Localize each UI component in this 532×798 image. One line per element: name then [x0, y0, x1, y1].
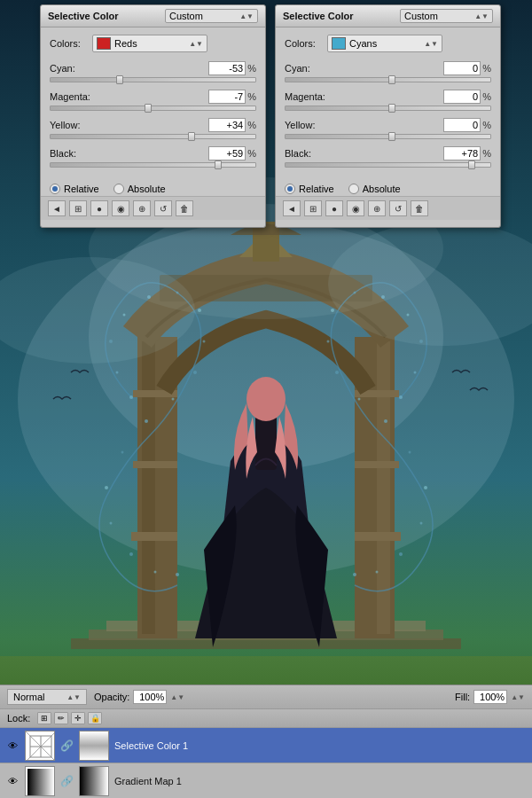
- layer-row-selective-color[interactable]: 👁 🔗 Selective Color 1: [0, 727, 532, 763]
- fill-input[interactable]: [473, 690, 507, 704]
- black-track-right[interactable]: [285, 162, 491, 168]
- blend-mode-arrow: ▲▼: [66, 693, 81, 701]
- yellow-thumb-left[interactable]: [188, 132, 195, 141]
- preset-dropdown-right[interactable]: Custom ▲▼: [400, 9, 493, 23]
- black-input-left[interactable]: [208, 146, 246, 160]
- blend-opacity-row: Normal ▲▼ Opacity: ▲▼ Fill: ▲▼: [0, 685, 532, 708]
- absolute-radio-left[interactable]: Absolute: [113, 184, 166, 194]
- panel-body-right: Colors: Cyans ▲▼ Cyan: %: [276, 27, 500, 178]
- relative-radio-left[interactable]: Relative: [50, 184, 99, 194]
- footer-btn-trash-right[interactable]: 🗑: [411, 200, 428, 216]
- black-thumb-left[interactable]: [215, 160, 222, 169]
- blend-mode-dropdown[interactable]: Normal ▲▼: [7, 689, 87, 705]
- yellow-label-row-right: Yellow: %: [285, 118, 491, 132]
- yellow-slider-right: Yellow: %: [285, 118, 491, 139]
- svg-point-48: [384, 419, 387, 423]
- magenta-label-row-left: Magenta: %: [50, 90, 256, 104]
- layer-row-gradient-map[interactable]: 👁 🔗 Gradient Map 1: [0, 763, 532, 798]
- color-name-left: Reds: [114, 38, 185, 49]
- lock-move-btn[interactable]: ✛: [71, 712, 85, 724]
- black-track-left[interactable]: [50, 162, 256, 168]
- footer-btn-back-left[interactable]: ◄: [48, 200, 66, 216]
- footer-btn-trash-left[interactable]: 🗑: [176, 200, 193, 216]
- footer-btn-eye-left[interactable]: ◉: [112, 200, 129, 216]
- lock-paint-btn[interactable]: ✏: [54, 712, 68, 724]
- cyan-input-right[interactable]: [443, 61, 481, 75]
- layer-thumb-gm-mask: [79, 766, 109, 796]
- colors-row-right: Colors: Cyans ▲▼: [285, 35, 491, 52]
- relative-label-right: Relative: [299, 184, 334, 194]
- preset-arrow-left: ▲▼: [239, 12, 254, 20]
- yellow-track-left[interactable]: [50, 134, 256, 139]
- svg-point-53: [376, 571, 379, 574]
- lock-all-btn[interactable]: 🔒: [88, 712, 102, 724]
- footer-btn-refresh-left[interactable]: ↺: [154, 200, 172, 216]
- yellow-slider-left: Yellow: %: [50, 118, 256, 139]
- svg-point-36: [154, 571, 157, 574]
- yellow-input-left[interactable]: [208, 118, 246, 132]
- layer-thumb-gm: [25, 766, 55, 796]
- color-arrow-left: ▲▼: [189, 40, 203, 48]
- footer-btn-add-right[interactable]: ⊕: [368, 200, 386, 216]
- relative-radio-right[interactable]: Relative: [285, 184, 334, 194]
- absolute-circle-right: [348, 184, 359, 194]
- svg-point-38: [399, 395, 403, 399]
- preset-dropdown-left[interactable]: Custom ▲▼: [165, 9, 258, 23]
- cyan-slider-left: Cyan: %: [50, 61, 256, 82]
- cyan-input-left[interactable]: [208, 61, 246, 75]
- svg-point-35: [129, 552, 133, 556]
- lock-transparent-btn[interactable]: ⊞: [37, 712, 51, 724]
- black-pct-left: %: [247, 148, 256, 159]
- magenta-thumb-right[interactable]: [388, 104, 395, 113]
- colors-label-right: Colors:: [285, 38, 322, 49]
- absolute-label-left: Absolute: [128, 184, 166, 194]
- magenta-input-left[interactable]: [208, 90, 246, 104]
- svg-rect-61: [27, 769, 54, 795]
- black-label-row-left: Black: %: [50, 146, 256, 160]
- black-thumb-right[interactable]: [468, 160, 475, 169]
- absolute-radio-right[interactable]: Absolute: [348, 184, 401, 194]
- color-dropdown-left[interactable]: Reds ▲▼: [92, 35, 207, 52]
- yellow-thumb-right[interactable]: [388, 132, 395, 141]
- layer-eye-selective-color[interactable]: 👁: [5, 739, 20, 753]
- panel-titlebar-left: Selective Color Custom ▲▼: [41, 5, 265, 27]
- panel-footer-right: ◄ ⊞ ● ◉ ⊕ ↺ 🗑: [276, 196, 500, 220]
- magenta-pct-left: %: [247, 91, 256, 102]
- cyan-label-row-left: Cyan: %: [50, 61, 256, 75]
- cyan-track-left[interactable]: [50, 77, 256, 82]
- footer-btn-refresh-right[interactable]: ↺: [389, 200, 407, 216]
- panel-body-left: Colors: Reds ▲▼ Cyan: %: [41, 27, 265, 178]
- layers-panel: Normal ▲▼ Opacity: ▲▼ Fill: ▲▼ Lock: ⊞ ✏…: [0, 685, 532, 798]
- magenta-value-box-right: %: [443, 90, 491, 104]
- magenta-track-right[interactable]: [285, 106, 491, 111]
- footer-btn-eye-right[interactable]: ◉: [347, 200, 364, 216]
- black-input-right[interactable]: [443, 146, 481, 160]
- cyan-thumb-right[interactable]: [388, 75, 395, 84]
- svg-point-50: [424, 486, 427, 489]
- yellow-input-right[interactable]: [443, 118, 481, 132]
- lock-icons-group: ⊞ ✏ ✛ 🔒: [37, 712, 102, 724]
- svg-point-45: [327, 340, 330, 343]
- color-swatch-left: [97, 37, 111, 50]
- black-pct-right: %: [482, 148, 491, 159]
- footer-btn-back-right[interactable]: ◄: [283, 200, 301, 216]
- magenta-thumb-left[interactable]: [145, 104, 152, 113]
- footer-btn-add-left[interactable]: ⊕: [133, 200, 151, 216]
- yellow-track-right[interactable]: [285, 134, 491, 139]
- svg-point-46: [335, 371, 339, 374]
- magenta-input-right[interactable]: [443, 90, 481, 104]
- svg-rect-16: [355, 532, 401, 541]
- cyan-thumb-left[interactable]: [116, 75, 123, 84]
- cyan-track-right[interactable]: [285, 77, 491, 82]
- opacity-input[interactable]: [133, 690, 167, 704]
- magenta-label-left: Magenta:: [50, 91, 98, 102]
- footer-btn-grid-right[interactable]: ⊞: [304, 200, 322, 216]
- svg-point-28: [203, 340, 206, 343]
- relative-label-left: Relative: [64, 184, 99, 194]
- magenta-track-left[interactable]: [50, 106, 256, 111]
- footer-btn-grid-left[interactable]: ⊞: [69, 200, 87, 216]
- footer-btn-circle-left[interactable]: ●: [90, 200, 108, 216]
- color-dropdown-right[interactable]: Cyans ▲▼: [327, 35, 442, 52]
- layer-eye-gradient-map[interactable]: 👁: [5, 774, 20, 788]
- footer-btn-circle-right[interactable]: ●: [325, 200, 343, 216]
